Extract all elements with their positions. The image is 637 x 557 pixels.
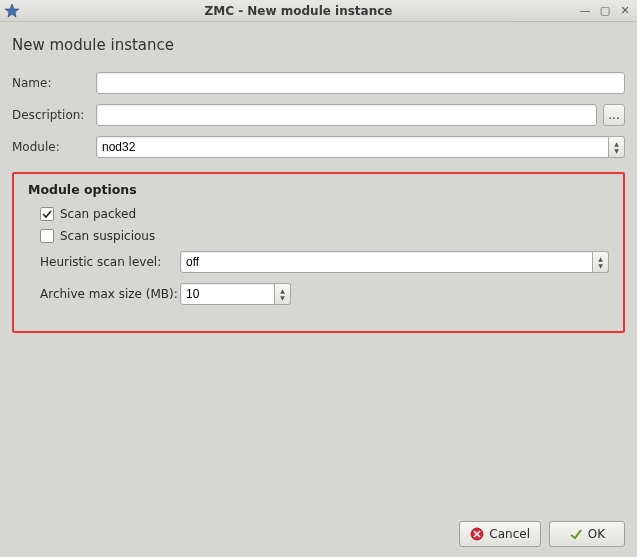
- check-icon: [42, 209, 52, 219]
- module-options-group: Module options Scan packed Scan suspicio…: [12, 172, 625, 333]
- module-input[interactable]: [96, 136, 609, 158]
- window-title: ZMC - New module instance: [24, 4, 573, 18]
- cancel-button[interactable]: Cancel: [459, 521, 541, 547]
- heuristic-label: Heuristic scan level:: [40, 255, 180, 269]
- scan-packed-checkbox[interactable]: [40, 207, 54, 221]
- chevron-up-icon: ▲: [614, 140, 619, 147]
- ok-button[interactable]: OK: [549, 521, 625, 547]
- dialog-footer: Cancel OK: [12, 511, 625, 547]
- row-module: Module: ▲ ▼: [12, 136, 625, 158]
- heuristic-input[interactable]: [180, 251, 593, 273]
- svg-marker-0: [5, 4, 19, 17]
- module-options-title: Module options: [28, 182, 609, 197]
- module-combo[interactable]: ▲ ▼: [96, 136, 625, 158]
- cancel-label: Cancel: [489, 527, 530, 541]
- scan-packed-label: Scan packed: [60, 207, 136, 221]
- description-more-button[interactable]: ...: [603, 104, 625, 126]
- page-title: New module instance: [12, 36, 625, 54]
- description-label: Description:: [12, 108, 96, 122]
- row-description: Description: ...: [12, 104, 625, 126]
- row-heuristic: Heuristic scan level: ▲ ▼: [40, 251, 609, 273]
- ellipsis-icon: ...: [608, 108, 619, 122]
- chevron-down-icon: ▼: [280, 294, 285, 301]
- dialog-body: New module instance Name: Description: .…: [0, 22, 637, 557]
- heuristic-combo[interactable]: ▲ ▼: [180, 251, 609, 273]
- archive-label: Archive max size (MB):: [40, 287, 180, 301]
- module-spin[interactable]: ▲ ▼: [609, 136, 625, 158]
- chevron-down-icon: ▼: [598, 262, 603, 269]
- close-button[interactable]: ✕: [617, 4, 633, 18]
- archive-input[interactable]: [180, 283, 275, 305]
- row-name: Name:: [12, 72, 625, 94]
- chevron-down-icon: ▼: [614, 147, 619, 154]
- cancel-icon: [470, 527, 484, 541]
- minimize-button[interactable]: —: [577, 4, 593, 18]
- archive-spinbox[interactable]: ▲ ▼: [180, 283, 291, 305]
- name-label: Name:: [12, 76, 96, 90]
- scan-suspicious-label: Scan suspicious: [60, 229, 155, 243]
- scan-suspicious-checkbox[interactable]: [40, 229, 54, 243]
- scan-packed-row: Scan packed: [40, 207, 609, 221]
- chevron-up-icon: ▲: [598, 255, 603, 262]
- chevron-up-icon: ▲: [280, 287, 285, 294]
- module-label: Module:: [12, 140, 96, 154]
- scan-suspicious-row: Scan suspicious: [40, 229, 609, 243]
- heuristic-spin[interactable]: ▲ ▼: [593, 251, 609, 273]
- app-icon: [4, 3, 20, 19]
- archive-spin[interactable]: ▲ ▼: [275, 283, 291, 305]
- description-input[interactable]: [96, 104, 597, 126]
- name-input[interactable]: [96, 72, 625, 94]
- titlebar: ZMC - New module instance — ▢ ✕: [0, 0, 637, 22]
- ok-icon: [569, 527, 583, 541]
- row-archive: Archive max size (MB): ▲ ▼: [40, 283, 609, 305]
- maximize-button[interactable]: ▢: [597, 4, 613, 18]
- ok-label: OK: [588, 527, 605, 541]
